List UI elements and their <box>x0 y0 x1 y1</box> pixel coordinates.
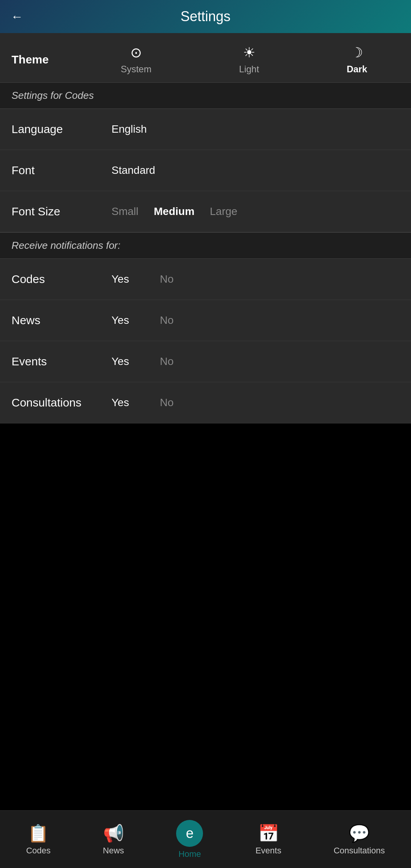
back-button[interactable]: ← <box>11 10 23 24</box>
settings-block: Language English Font Standard Font Size… <box>0 109 411 232</box>
notif-news-no[interactable]: No <box>160 314 174 327</box>
theme-system[interactable]: ⊙ System <box>113 41 159 78</box>
notif-codes-no[interactable]: No <box>160 273 174 285</box>
notif-consultations-row: Consultations Yes No <box>0 382 411 423</box>
theme-dark[interactable]: ☽ Dark <box>339 41 375 78</box>
font-size-medium[interactable]: Medium <box>154 205 195 218</box>
nav-home-label: Home <box>178 849 201 859</box>
font-size-label: Font Size <box>12 205 111 218</box>
nav-events-label: Events <box>255 846 281 856</box>
nav-item-home[interactable]: e Home <box>172 816 207 863</box>
header: ← Settings <box>0 0 411 33</box>
nav-consultations-label: Consultations <box>334 846 385 856</box>
system-icon: ⊙ <box>130 45 142 61</box>
font-size-options: Small Medium Large <box>111 205 399 218</box>
font-size-large[interactable]: Large <box>210 205 238 218</box>
theme-section: Theme ⊙ System ☀ Light ☽ Dark <box>0 33 411 82</box>
page-title: Settings <box>180 8 230 25</box>
notif-codes-row: Codes Yes No <box>0 259 411 300</box>
theme-label: Theme <box>0 53 77 66</box>
light-icon: ☀ <box>243 45 255 61</box>
theme-dark-label: Dark <box>347 64 367 75</box>
notif-events-row: Events Yes No <box>0 341 411 382</box>
notif-news-yes[interactable]: Yes <box>111 314 129 327</box>
events-icon: 📅 <box>258 823 279 843</box>
nav-news-label: News <box>103 846 124 856</box>
nav-item-consultations[interactable]: 💬 Consultations <box>330 820 389 860</box>
font-label: Font <box>12 164 111 177</box>
theme-light[interactable]: ☀ Light <box>231 41 267 78</box>
font-row[interactable]: Font Standard <box>0 150 411 191</box>
notif-consultations-yes[interactable]: Yes <box>111 397 129 409</box>
notif-events-no[interactable]: No <box>160 355 174 368</box>
notif-codes-label: Codes <box>12 273 111 286</box>
home-circle-icon: e <box>176 820 203 847</box>
nav-item-news[interactable]: 📢 News <box>99 820 128 860</box>
dark-icon: ☽ <box>351 45 363 61</box>
consultations-icon: 💬 <box>349 823 370 843</box>
theme-light-label: Light <box>239 64 259 75</box>
notif-codes-yes[interactable]: Yes <box>111 273 129 285</box>
font-value: Standard <box>111 164 155 177</box>
notif-news-label: News <box>12 314 111 327</box>
language-row[interactable]: Language English <box>0 109 411 150</box>
nav-item-codes[interactable]: 📋 Codes <box>22 820 55 860</box>
nav-codes-label: Codes <box>26 846 51 856</box>
section-codes-header: Settings for Codes <box>0 82 411 109</box>
theme-system-label: System <box>121 64 151 75</box>
codes-icon: 📋 <box>28 823 49 843</box>
notif-events-yes[interactable]: Yes <box>111 355 129 368</box>
font-size-small[interactable]: Small <box>111 205 138 218</box>
notif-consultations-label: Consultations <box>12 396 111 409</box>
theme-options: ⊙ System ☀ Light ☽ Dark <box>77 41 411 78</box>
news-icon: 📢 <box>103 823 124 843</box>
notifications-block: Codes Yes No News Yes No Events Yes No C… <box>0 259 411 423</box>
language-value: English <box>111 123 147 135</box>
bottom-nav: 📋 Codes 📢 News e Home 📅 Events 💬 Consult… <box>0 810 411 868</box>
nav-item-events[interactable]: 📅 Events <box>251 820 285 860</box>
notif-consultations-no[interactable]: No <box>160 397 174 409</box>
section-notifications-header: Receive notifications for: <box>0 232 411 259</box>
language-label: Language <box>12 123 111 136</box>
notif-news-row: News Yes No <box>0 300 411 341</box>
font-size-row: Font Size Small Medium Large <box>0 191 411 232</box>
notif-events-label: Events <box>12 355 111 368</box>
